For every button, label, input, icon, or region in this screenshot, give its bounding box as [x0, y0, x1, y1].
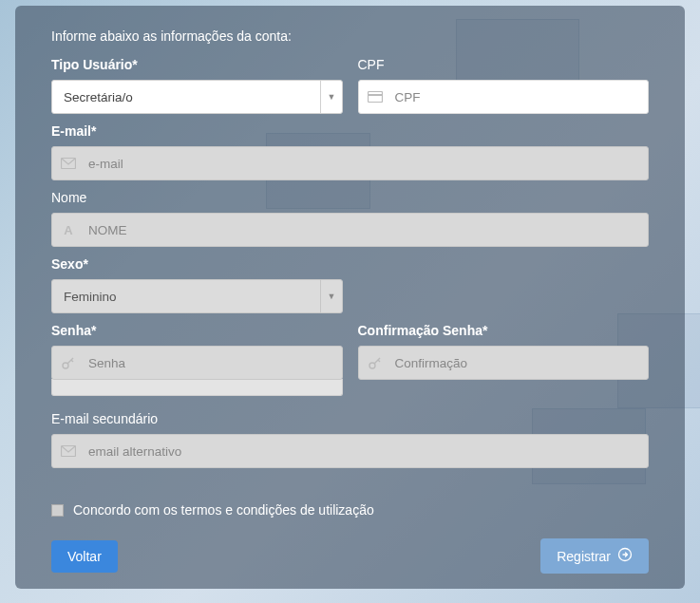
user-type-value: Secretária/o: [64, 90, 133, 104]
email-input[interactable]: [51, 146, 649, 180]
user-type-label: Tipo Usuário*: [51, 57, 343, 72]
back-button[interactable]: Voltar: [51, 540, 118, 573]
user-type-select[interactable]: Secretária/o: [51, 80, 343, 114]
name-input[interactable]: [51, 213, 649, 247]
cpf-input[interactable]: [358, 80, 650, 114]
confirm-input[interactable]: [358, 346, 650, 380]
svg-rect-0: [368, 92, 382, 103]
confirm-label: Confirmação Senha*: [358, 323, 650, 338]
card-icon: [368, 89, 383, 104]
register-button-label: Registrar: [557, 549, 611, 564]
envelope-icon: [61, 156, 76, 171]
back-button-label: Voltar: [67, 549, 102, 564]
text-icon: A: [61, 222, 76, 237]
email-label: E-mail*: [51, 123, 649, 139]
password-label: Senha*: [51, 323, 343, 338]
password-input[interactable]: [51, 346, 343, 380]
intro-text: Informe abaixo as informações da conta:: [51, 28, 649, 44]
email2-label: E-mail secundário: [51, 411, 649, 426]
key-icon: [368, 355, 383, 370]
terms-label[interactable]: Concordo com os termos e condições de ut…: [73, 502, 374, 518]
gender-value: Feminino: [64, 290, 117, 304]
envelope-icon: [61, 443, 76, 459]
email2-input[interactable]: [51, 434, 649, 468]
gender-label: Sexo*: [51, 256, 343, 272]
cpf-label: CPF: [358, 57, 650, 72]
key-icon: [61, 355, 76, 370]
terms-checkbox[interactable]: [51, 504, 64, 517]
registration-panel: Informe abaixo as informações da conta: …: [15, 6, 685, 589]
arrow-right-circle-icon: [617, 547, 633, 565]
register-button[interactable]: Registrar: [540, 538, 649, 574]
name-label: Nome: [51, 190, 649, 205]
password-strength-bar: [51, 379, 343, 396]
svg-rect-1: [368, 94, 382, 96]
gender-select[interactable]: Feminino: [51, 279, 343, 313]
